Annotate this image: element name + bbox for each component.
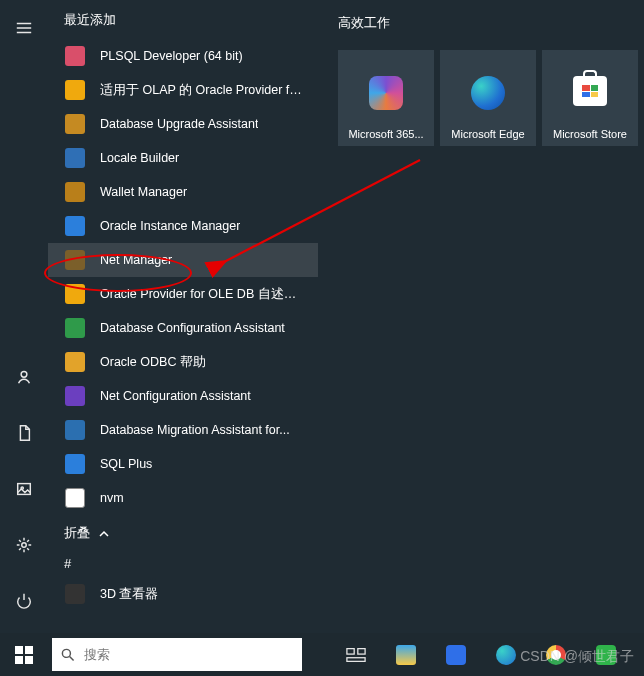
recent-header[interactable]: 最近添加: [48, 12, 318, 39]
windows-icon: [15, 646, 33, 664]
app-item-instance[interactable]: Oracle Instance Manager: [48, 209, 318, 243]
m365-icon: [338, 76, 434, 110]
3d-icon: [64, 583, 86, 605]
sqlplus-icon: [64, 453, 86, 475]
svg-rect-11: [347, 648, 354, 653]
edge-button[interactable]: [486, 633, 526, 676]
search-box[interactable]: [52, 638, 302, 671]
tiles-header[interactable]: 高效工作: [338, 14, 644, 32]
fold-toggle[interactable]: 折叠: [48, 515, 318, 550]
task-view-icon: [346, 647, 366, 663]
task-view-button[interactable]: [336, 633, 376, 676]
app-item-netmgr[interactable]: Net Manager: [48, 243, 318, 277]
plsql-icon: [64, 45, 86, 67]
wechat-button[interactable]: [586, 633, 626, 676]
app-item-odbc[interactable]: Oracle ODBC 帮助: [48, 345, 318, 379]
app-item-locale[interactable]: Locale Builder: [48, 141, 318, 175]
wallet-icon: [64, 181, 86, 203]
app-item-oledb[interactable]: Oracle Provider for OLE DB 自述文件: [48, 277, 318, 311]
search-icon: [60, 647, 76, 663]
tile-store[interactable]: Microsoft Store: [542, 50, 638, 146]
nvm-icon: [64, 487, 86, 509]
tiles-area: 高效工作 Microsoft 365...Microsoft EdgeMicro…: [318, 0, 644, 633]
chevron-up-icon: [98, 528, 110, 540]
settings-icon[interactable]: [0, 527, 48, 563]
tile-label: Microsoft Store: [553, 128, 627, 140]
app-label: Oracle ODBC 帮助: [100, 354, 206, 371]
dbupg-icon: [64, 113, 86, 135]
app-item-plsql[interactable]: PLSQL Developer (64 bit): [48, 39, 318, 73]
apps-list: 最近添加 PLSQL Developer (64 bit)适用于 OLAP 的 …: [48, 0, 318, 633]
svg-rect-1: [18, 484, 31, 495]
power-icon[interactable]: [0, 583, 48, 619]
olap-icon: [64, 79, 86, 101]
app-label: 3D 查看器: [100, 586, 158, 603]
app-label: PLSQL Developer (64 bit): [100, 49, 243, 63]
app-item-nvm[interactable]: nvm: [48, 481, 318, 515]
app-label: Net Manager: [100, 253, 172, 267]
svg-rect-7: [25, 646, 33, 654]
explorer-button[interactable]: [386, 633, 426, 676]
fold-label: 折叠: [64, 525, 90, 542]
app-label: Oracle Provider for OLE DB 自述文件: [100, 286, 308, 303]
start-button[interactable]: [0, 633, 48, 676]
edge-icon: [440, 76, 536, 110]
oledb-icon: [64, 283, 86, 305]
chrome-button[interactable]: [536, 633, 576, 676]
wechat-icon: [596, 645, 616, 665]
dbca-icon: [64, 317, 86, 339]
tile-label: Microsoft 365...: [348, 128, 423, 140]
app-label: Database Configuration Assistant: [100, 321, 285, 335]
odbc-icon: [64, 351, 86, 373]
svg-rect-9: [25, 656, 33, 664]
svg-point-3: [22, 543, 27, 548]
app-item-3d[interactable]: 3D 查看器: [48, 577, 318, 611]
store-icon: [542, 76, 638, 106]
netmgr-icon: [64, 249, 86, 271]
pictures-icon[interactable]: [0, 471, 48, 507]
svg-rect-12: [358, 648, 365, 653]
chrome-icon: [546, 645, 566, 665]
app-item-netca[interactable]: Net Configuration Assistant: [48, 379, 318, 413]
svg-rect-13: [347, 657, 365, 661]
svg-point-0: [21, 371, 27, 377]
app-item-sqlplus[interactable]: SQL Plus: [48, 447, 318, 481]
app-label: Wallet Manager: [100, 185, 187, 199]
locale-icon: [64, 147, 86, 169]
netca-icon: [64, 385, 86, 407]
svg-rect-8: [15, 656, 23, 664]
app-label: Database Migration Assistant for...: [100, 423, 290, 437]
app-item-dbmig[interactable]: Database Migration Assistant for...: [48, 413, 318, 447]
tile-label: Microsoft Edge: [451, 128, 524, 140]
search-input[interactable]: [84, 647, 294, 662]
tile-m365[interactable]: Microsoft 365...: [338, 50, 434, 146]
explorer-icon: [396, 645, 416, 665]
app-item-dbupg[interactable]: Database Upgrade Assistant: [48, 107, 318, 141]
svg-point-10: [62, 649, 70, 657]
video-app-icon: [446, 645, 466, 665]
user-icon[interactable]: [0, 359, 48, 395]
hamburger-icon[interactable]: [0, 10, 48, 46]
documents-icon[interactable]: [0, 415, 48, 451]
dbmig-icon: [64, 419, 86, 441]
start-menu: 最近添加 PLSQL Developer (64 bit)适用于 OLAP 的 …: [0, 0, 644, 633]
taskbar-buttons: [336, 633, 626, 676]
app-label: nvm: [100, 491, 124, 505]
app-label: Database Upgrade Assistant: [100, 117, 258, 131]
edge-icon: [496, 645, 516, 665]
taskbar: [0, 633, 644, 676]
app-label: Oracle Instance Manager: [100, 219, 240, 233]
app-item-wallet[interactable]: Wallet Manager: [48, 175, 318, 209]
app-item-olap[interactable]: 适用于 OLAP 的 Oracle Provider for...: [48, 73, 318, 107]
svg-rect-6: [15, 646, 23, 654]
app-label: SQL Plus: [100, 457, 152, 471]
left-rail: [0, 0, 48, 633]
tile-edge[interactable]: Microsoft Edge: [440, 50, 536, 146]
video-app-button[interactable]: [436, 633, 476, 676]
app-item-dbca[interactable]: Database Configuration Assistant: [48, 311, 318, 345]
app-label: 适用于 OLAP 的 Oracle Provider for...: [100, 82, 308, 99]
letter-header[interactable]: #: [48, 550, 318, 577]
app-label: Locale Builder: [100, 151, 179, 165]
instance-icon: [64, 215, 86, 237]
app-label: Net Configuration Assistant: [100, 389, 251, 403]
